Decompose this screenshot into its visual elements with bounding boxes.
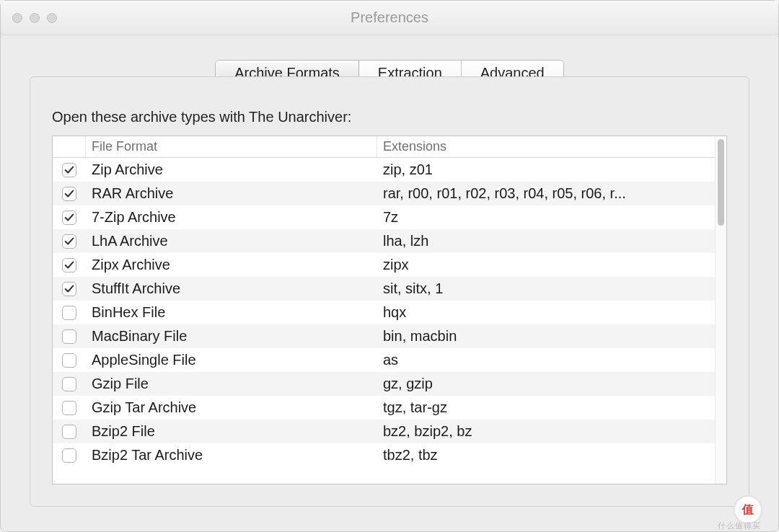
checkbox-cell — [53, 377, 86, 391]
watermark-badge: 值 — [734, 495, 762, 524]
checkbox-cell — [53, 210, 86, 225]
format-checkbox[interactable] — [62, 234, 76, 249]
format-extensions: zip, z01 — [377, 161, 715, 178]
checkbox-cell — [53, 353, 86, 368]
titlebar: Preferences — [1, 1, 778, 35]
zoom-button[interactable] — [47, 13, 57, 23]
header-extensions[interactable]: Extensions — [377, 136, 715, 157]
format-extensions: 7z — [377, 209, 715, 226]
format-name: LhA Archive — [86, 233, 377, 249]
format-checkbox[interactable] — [62, 377, 76, 391]
section-label: Open these archive types with The Unarch… — [52, 109, 727, 125]
minimize-button[interactable] — [30, 13, 40, 23]
table-row[interactable]: AppleSingle Fileas — [53, 348, 715, 372]
close-button[interactable] — [12, 13, 22, 23]
format-checkbox[interactable] — [62, 163, 76, 177]
table-row[interactable]: Gzip Filegz, gzip — [53, 372, 715, 396]
table-row[interactable]: MacBinary Filebin, macbin — [53, 324, 715, 348]
format-name: 7-Zip Archive — [86, 209, 377, 226]
scrollbar-thumb[interactable] — [718, 139, 724, 226]
checkbox-cell — [53, 401, 86, 415]
checkbox-cell — [53, 187, 86, 201]
format-name: RAR Archive — [86, 185, 377, 202]
format-extensions: hqx — [377, 304, 715, 321]
format-checkbox[interactable] — [62, 282, 76, 296]
table-body: Zip Archivezip, z01RAR Archiverar, r00, … — [53, 158, 715, 467]
table-scroll: File Format Extensions Zip Archivezip, z… — [53, 136, 715, 484]
preferences-window: Preferences Archive Formats Extraction A… — [0, 0, 779, 532]
formats-table: File Format Extensions Zip Archivezip, z… — [52, 136, 727, 484]
format-checkbox[interactable] — [62, 425, 76, 439]
checkbox-cell — [53, 234, 86, 249]
format-checkbox[interactable] — [62, 187, 76, 201]
checkbox-cell — [53, 282, 86, 296]
format-extensions: bz2, bzip2, bz — [377, 423, 715, 440]
table-row[interactable]: Zipx Archivezipx — [53, 253, 715, 277]
traffic-lights — [12, 13, 57, 23]
format-checkbox[interactable] — [62, 210, 76, 225]
format-extensions: gz, gzip — [377, 376, 715, 392]
format-extensions: tgz, tar-gz — [377, 399, 715, 416]
checkbox-cell — [53, 306, 86, 320]
format-extensions: zipx — [377, 257, 715, 273]
table-row[interactable]: LhA Archivelha, lzh — [53, 229, 715, 253]
format-name: Zip Archive — [86, 161, 377, 178]
format-checkbox[interactable] — [62, 353, 76, 368]
table-row[interactable]: Bzip2 Tar Archivetbz2, tbz — [53, 443, 715, 467]
format-name: Bzip2 Tar Archive — [86, 447, 377, 464]
format-name: Gzip Tar Archive — [86, 399, 377, 416]
watermark-text: 什么值得买 — [718, 520, 761, 531]
format-name: MacBinary File — [86, 328, 377, 345]
format-checkbox[interactable] — [62, 258, 76, 272]
table-row[interactable]: RAR Archiverar, r00, r01, r02, r03, r04,… — [53, 182, 715, 205]
format-extensions: as — [377, 352, 715, 368]
table-row[interactable]: StuffIt Archivesit, sitx, 1 — [53, 277, 715, 301]
table-header: File Format Extensions — [53, 136, 715, 158]
format-extensions: bin, macbin — [377, 328, 715, 345]
checkbox-cell — [53, 448, 86, 463]
format-name: StuffIt Archive — [86, 280, 377, 297]
vertical-scrollbar[interactable] — [715, 136, 726, 484]
format-name: Gzip File — [86, 376, 377, 392]
table-row[interactable]: BinHex Filehqx — [53, 301, 715, 324]
format-name: Zipx Archive — [86, 257, 377, 273]
format-name: AppleSingle File — [86, 352, 377, 368]
format-extensions: lha, lzh — [377, 233, 715, 249]
checkbox-cell — [53, 258, 86, 272]
format-name: BinHex File — [86, 304, 377, 321]
table-row[interactable]: 7-Zip Archive7z — [53, 205, 715, 229]
checkbox-cell — [53, 425, 86, 439]
content-panel: Open these archive types with The Unarch… — [30, 76, 749, 507]
header-checkbox-col — [53, 136, 86, 157]
format-extensions: tbz2, tbz — [377, 447, 715, 464]
format-checkbox[interactable] — [62, 401, 76, 415]
format-extensions: sit, sitx, 1 — [377, 280, 715, 297]
format-checkbox[interactable] — [62, 306, 76, 320]
table-row[interactable]: Zip Archivezip, z01 — [53, 158, 715, 182]
format-name: Bzip2 File — [86, 423, 377, 440]
window-title: Preferences — [12, 9, 767, 26]
format-extensions: rar, r00, r01, r02, r03, r04, r05, r06, … — [377, 185, 715, 202]
format-checkbox[interactable] — [62, 448, 76, 463]
table-row[interactable]: Bzip2 Filebz2, bzip2, bz — [53, 420, 715, 443]
checkbox-cell — [53, 163, 86, 177]
header-file-format[interactable]: File Format — [86, 136, 377, 157]
checkbox-cell — [53, 329, 86, 344]
table-row[interactable]: Gzip Tar Archivetgz, tar-gz — [53, 396, 715, 420]
format-checkbox[interactable] — [62, 329, 76, 344]
